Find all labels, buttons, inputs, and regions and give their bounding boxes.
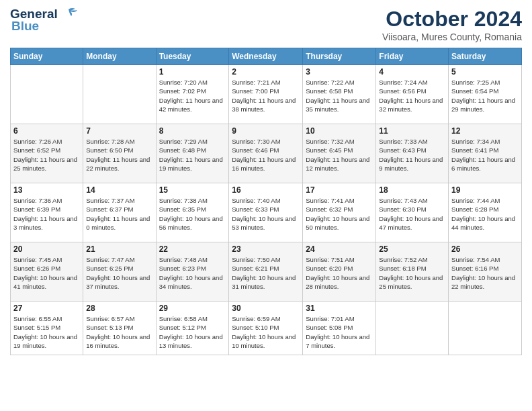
- table-row: 29Sunrise: 6:58 AMSunset: 5:12 PMDayligh…: [156, 302, 229, 355]
- day-info: Sunrise: 7:21 AMSunset: 7:00 PMDaylight:…: [232, 78, 300, 113]
- day-info: Sunrise: 7:38 AMSunset: 6:35 PMDaylight:…: [159, 196, 226, 232]
- table-row: 6Sunrise: 7:26 AMSunset: 6:52 PMDaylight…: [11, 124, 83, 183]
- day-number: 18: [379, 185, 445, 195]
- day-number: 24: [306, 244, 373, 254]
- day-number: 5: [451, 67, 519, 77]
- day-number: 4: [379, 67, 445, 77]
- col-thursday: Thursday: [303, 48, 376, 65]
- table-row: 12Sunrise: 7:34 AMSunset: 6:41 PMDayligh…: [449, 124, 522, 183]
- table-row: 20Sunrise: 7:45 AMSunset: 6:26 PMDayligh…: [11, 242, 83, 302]
- day-number: 30: [232, 304, 300, 313]
- table-row: 21Sunrise: 7:47 AMSunset: 6:25 PMDayligh…: [83, 242, 156, 302]
- table-row: 7Sunrise: 7:28 AMSunset: 6:50 PMDaylight…: [83, 124, 156, 183]
- day-info: Sunrise: 7:44 AMSunset: 6:28 PMDaylight:…: [451, 196, 519, 232]
- day-info: Sunrise: 6:59 AMSunset: 5:10 PMDaylight:…: [232, 314, 300, 350]
- table-row: [376, 302, 449, 355]
- day-info: Sunrise: 7:52 AMSunset: 6:18 PMDaylight:…: [379, 255, 445, 291]
- day-number: 26: [451, 244, 519, 254]
- table-row: 13Sunrise: 7:36 AMSunset: 6:39 PMDayligh…: [11, 183, 83, 242]
- day-number: 3: [306, 67, 373, 77]
- table-row: 31Sunrise: 7:01 AMSunset: 5:08 PMDayligh…: [303, 302, 376, 355]
- table-row: 26Sunrise: 7:54 AMSunset: 6:16 PMDayligh…: [449, 242, 522, 302]
- day-number: 16: [232, 185, 300, 195]
- day-number: 17: [306, 185, 373, 195]
- table-row: 28Sunrise: 6:57 AMSunset: 5:13 PMDayligh…: [83, 302, 156, 355]
- day-info: Sunrise: 7:33 AMSunset: 6:43 PMDaylight:…: [379, 137, 445, 173]
- day-number: 13: [13, 185, 80, 195]
- calendar-table: Sunday Monday Tuesday Wednesday Thursday…: [10, 48, 522, 355]
- day-info: Sunrise: 6:55 AMSunset: 5:15 PMDaylight:…: [13, 314, 80, 350]
- day-info: Sunrise: 7:48 AMSunset: 6:23 PMDaylight:…: [159, 255, 226, 291]
- table-row: 30Sunrise: 6:59 AMSunset: 5:10 PMDayligh…: [229, 302, 303, 355]
- day-number: 7: [86, 126, 152, 136]
- col-friday: Friday: [376, 48, 449, 65]
- day-number: 27: [13, 304, 80, 313]
- day-number: 29: [159, 304, 226, 313]
- page-header: General Blue October 2024 Viisoara, Mure…: [10, 7, 522, 42]
- col-monday: Monday: [83, 48, 156, 65]
- day-number: 25: [379, 244, 445, 254]
- day-info: Sunrise: 7:28 AMSunset: 6:50 PMDaylight:…: [86, 137, 152, 173]
- day-number: 6: [13, 126, 80, 136]
- day-info: Sunrise: 7:51 AMSunset: 6:20 PMDaylight:…: [306, 255, 373, 291]
- day-number: 8: [159, 126, 226, 136]
- table-row: 1Sunrise: 7:20 AMSunset: 7:02 PMDaylight…: [156, 65, 229, 124]
- day-number: 21: [86, 244, 152, 254]
- day-number: 9: [232, 126, 300, 136]
- logo: General Blue: [10, 7, 78, 34]
- table-row: 9Sunrise: 7:30 AMSunset: 6:46 PMDaylight…: [229, 124, 303, 183]
- table-row: 19Sunrise: 7:44 AMSunset: 6:28 PMDayligh…: [449, 183, 522, 242]
- day-info: Sunrise: 7:43 AMSunset: 6:30 PMDaylight:…: [379, 196, 445, 232]
- day-number: 22: [159, 244, 226, 254]
- day-number: 31: [306, 304, 373, 313]
- month-title: October 2024: [382, 7, 522, 32]
- col-sunday: Sunday: [11, 48, 83, 65]
- table-row: [449, 302, 522, 355]
- day-info: Sunrise: 7:37 AMSunset: 6:37 PMDaylight:…: [86, 196, 152, 232]
- col-saturday: Saturday: [449, 48, 522, 65]
- table-row: 22Sunrise: 7:48 AMSunset: 6:23 PMDayligh…: [156, 242, 229, 302]
- table-row: 17Sunrise: 7:41 AMSunset: 6:32 PMDayligh…: [303, 183, 376, 242]
- day-info: Sunrise: 7:32 AMSunset: 6:45 PMDaylight:…: [306, 137, 373, 173]
- day-info: Sunrise: 7:47 AMSunset: 6:25 PMDaylight:…: [86, 255, 152, 291]
- day-info: Sunrise: 7:22 AMSunset: 6:58 PMDaylight:…: [306, 78, 373, 113]
- day-number: 20: [13, 244, 80, 254]
- day-info: Sunrise: 7:24 AMSunset: 6:56 PMDaylight:…: [379, 78, 445, 113]
- day-number: 2: [232, 67, 300, 77]
- day-info: Sunrise: 7:29 AMSunset: 6:48 PMDaylight:…: [159, 137, 226, 173]
- table-row: 24Sunrise: 7:51 AMSunset: 6:20 PMDayligh…: [303, 242, 376, 302]
- col-tuesday: Tuesday: [156, 48, 229, 65]
- table-row: 2Sunrise: 7:21 AMSunset: 7:00 PMDaylight…: [229, 65, 303, 124]
- table-row: 23Sunrise: 7:50 AMSunset: 6:21 PMDayligh…: [229, 242, 303, 302]
- table-row: 10Sunrise: 7:32 AMSunset: 6:45 PMDayligh…: [303, 124, 376, 183]
- day-info: Sunrise: 6:58 AMSunset: 5:12 PMDaylight:…: [159, 314, 226, 350]
- day-info: Sunrise: 7:30 AMSunset: 6:46 PMDaylight:…: [232, 137, 300, 173]
- title-section: October 2024 Viisoara, Mures County, Rom…: [382, 7, 522, 42]
- day-number: 15: [159, 185, 226, 195]
- day-info: Sunrise: 7:01 AMSunset: 5:08 PMDaylight:…: [306, 314, 373, 350]
- day-number: 14: [86, 185, 152, 195]
- table-row: 16Sunrise: 7:40 AMSunset: 6:33 PMDayligh…: [229, 183, 303, 242]
- day-number: 10: [306, 126, 373, 136]
- location-subtitle: Viisoara, Mures County, Romania: [382, 32, 522, 42]
- table-row: [83, 65, 156, 124]
- day-number: 19: [451, 185, 519, 195]
- day-number: 1: [159, 67, 226, 77]
- day-number: 23: [232, 244, 300, 254]
- table-row: 4Sunrise: 7:24 AMSunset: 6:56 PMDaylight…: [376, 65, 449, 124]
- day-info: Sunrise: 7:50 AMSunset: 6:21 PMDaylight:…: [232, 255, 300, 291]
- day-number: 28: [86, 304, 152, 313]
- table-row: 18Sunrise: 7:43 AMSunset: 6:30 PMDayligh…: [376, 183, 449, 242]
- day-number: 12: [451, 126, 519, 136]
- day-info: Sunrise: 6:57 AMSunset: 5:13 PMDaylight:…: [86, 314, 152, 350]
- table-row: 27Sunrise: 6:55 AMSunset: 5:15 PMDayligh…: [11, 302, 83, 355]
- table-row: 8Sunrise: 7:29 AMSunset: 6:48 PMDaylight…: [156, 124, 229, 183]
- day-info: Sunrise: 7:34 AMSunset: 6:41 PMDaylight:…: [451, 137, 519, 173]
- calendar-header-row: Sunday Monday Tuesday Wednesday Thursday…: [11, 48, 522, 65]
- col-wednesday: Wednesday: [229, 48, 303, 65]
- table-row: 15Sunrise: 7:38 AMSunset: 6:35 PMDayligh…: [156, 183, 229, 242]
- table-row: 11Sunrise: 7:33 AMSunset: 6:43 PMDayligh…: [376, 124, 449, 183]
- table-row: 3Sunrise: 7:22 AMSunset: 6:58 PMDaylight…: [303, 65, 376, 124]
- day-info: Sunrise: 7:40 AMSunset: 6:33 PMDaylight:…: [232, 196, 300, 232]
- day-info: Sunrise: 7:54 AMSunset: 6:16 PMDaylight:…: [451, 255, 519, 291]
